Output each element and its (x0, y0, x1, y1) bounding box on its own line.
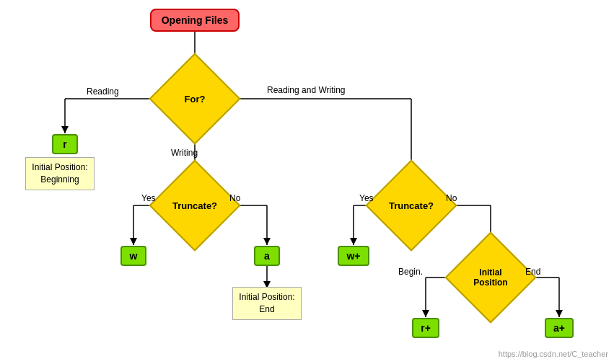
wplus-label: w+ (338, 246, 369, 266)
truncate2-diamond-container: Truncate? (379, 173, 444, 238)
truncate2-diamond (365, 159, 457, 251)
svg-marker-12 (130, 238, 137, 245)
for-diamond-container: For? (162, 66, 227, 131)
writing-label: Writing (171, 148, 198, 158)
init-pos-end-node: Initial Position: End (227, 288, 307, 319)
wplus-node: w+ (338, 245, 369, 267)
init-pos-beginning-node: Initial Position: Beginning (20, 159, 100, 189)
init-pos-end-label: Initial Position: End (232, 287, 301, 320)
svg-marker-29 (556, 310, 563, 317)
r-node: r (49, 133, 81, 155)
begin-label: Begin. (398, 267, 423, 277)
svg-marker-26 (422, 310, 429, 317)
no2-label: No (446, 193, 457, 203)
rplus-label: r+ (412, 318, 439, 338)
rplus-node: r+ (410, 317, 442, 339)
opening-files-node: Opening Files (144, 7, 245, 33)
svg-marker-4 (61, 126, 69, 133)
aplus-label: a+ (545, 318, 574, 338)
yes1-label: Yes (141, 193, 156, 203)
svg-marker-20 (350, 238, 357, 245)
w-node: w (118, 245, 149, 267)
opening-files-label: Opening Files (150, 9, 240, 32)
w-label: w (120, 246, 146, 266)
init-pos-diamond-container: Initial Position (458, 245, 523, 310)
truncate1-diamond-container: Truncate? (162, 173, 227, 238)
watermark: https://blog.csdn.net/C_teacher (499, 350, 608, 358)
for-diamond (149, 53, 240, 144)
init-pos-beginning-label: Initial Position: Beginning (25, 157, 94, 190)
end-label: End (525, 267, 540, 277)
a-label: a (254, 246, 280, 266)
init-pos-diamond (444, 231, 536, 323)
truncate1-diamond (149, 159, 240, 251)
r-label: r (52, 134, 78, 154)
aplus-node: a+ (543, 317, 575, 339)
reading-and-writing-label: Reading and Writing (267, 85, 346, 95)
svg-marker-15 (263, 238, 271, 245)
reading-label: Reading (87, 86, 119, 97)
a-node: a (251, 245, 283, 267)
no1-label: No (229, 193, 240, 203)
yes2-label: Yes (359, 193, 374, 203)
flowchart: Opening Files For? r Initial Position: B… (0, 0, 614, 364)
